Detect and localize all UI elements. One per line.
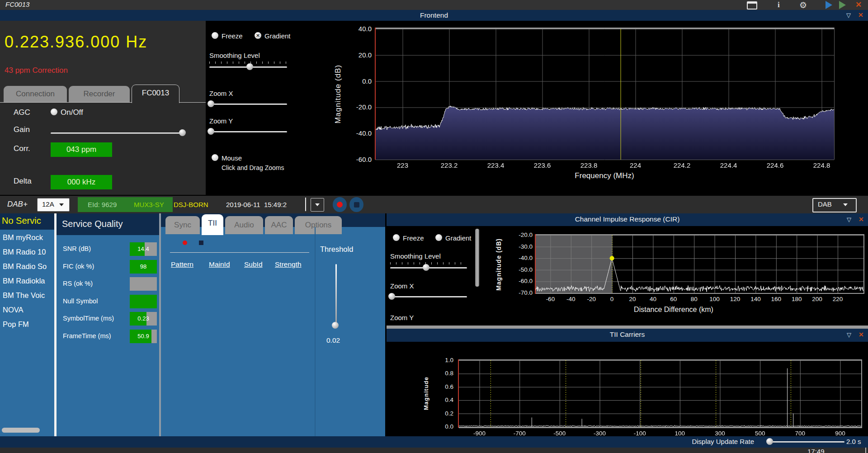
- x-tick-label: 20: [623, 296, 642, 302]
- agc-radio[interactable]: [51, 109, 57, 115]
- threshold-slider-track[interactable]: [335, 264, 337, 325]
- separator-line: [170, 252, 309, 253]
- tii-collapse-icon[interactable]: [847, 330, 851, 339]
- bottom-strip: 17:49: [0, 448, 868, 453]
- update-rate-slider-handle[interactable]: [766, 438, 773, 445]
- cir-header-bar: Channel Impulse Response (CIR): [387, 213, 868, 226]
- application-window: FC0013 Frontend 0.223.936.000 Hz 43 ppm …: [0, 0, 868, 453]
- cir-freeze-radio[interactable]: [393, 234, 400, 241]
- gain-label: Gain: [14, 125, 30, 134]
- decoder-tab-aac[interactable]: AAC: [265, 216, 293, 234]
- ensemble-datetime: 2019-06-11 15:49:2: [226, 201, 287, 208]
- quality-value-text: 98: [130, 260, 157, 274]
- channel-dropdown[interactable]: 12A: [37, 198, 70, 212]
- ensemble-name: DSJ-BORN: [174, 201, 208, 208]
- x-tick-label: 224: [625, 161, 646, 169]
- zoom-y-slider-track[interactable]: [209, 131, 287, 132]
- service-item[interactable]: BM The Voic: [3, 291, 45, 300]
- output-mode-value: DAB: [818, 200, 832, 208]
- mouse-radio[interactable]: [212, 154, 218, 161]
- cir-gradient-label: Gradient: [445, 234, 472, 242]
- cir-close-icon[interactable]: [859, 215, 864, 223]
- tuner-tab-recorder[interactable]: Recorder: [69, 86, 130, 102]
- quality-value-fill: [130, 295, 157, 308]
- service-item[interactable]: BM Radiokla: [3, 277, 45, 285]
- expand-dropdown-button[interactable]: [311, 198, 324, 212]
- y-tick-label: 0.0: [348, 77, 372, 85]
- close-icon[interactable]: [855, 0, 862, 9]
- gradient-radio[interactable]: [255, 32, 261, 39]
- spectrum-plot[interactable]: [373, 27, 836, 163]
- tii-column-header[interactable]: Strength: [275, 260, 302, 269]
- x-tick-label: 80: [685, 296, 703, 302]
- threshold-label: Threshold: [320, 245, 353, 254]
- tii-column-header[interactable]: SubId: [244, 260, 263, 269]
- record-button[interactable]: [333, 197, 347, 212]
- frequency-display: 0.223.936.000 Hz: [5, 33, 147, 52]
- cir-gradient-radio[interactable]: [435, 234, 442, 241]
- output-mode-dropdown[interactable]: DAB: [812, 198, 857, 212]
- tuner-tab-connection[interactable]: Connection: [4, 86, 67, 102]
- zoom-y-slider-handle[interactable]: [208, 128, 214, 135]
- gain-slider-handle[interactable]: [179, 129, 186, 136]
- tii-column-header[interactable]: MainId: [209, 260, 230, 269]
- cir-zoom-x-slider-handle[interactable]: [388, 293, 395, 300]
- play-icon[interactable]: [826, 1, 832, 9]
- service-item[interactable]: BM Radio 10: [3, 248, 46, 256]
- x-tick-label: 223.2: [439, 161, 460, 169]
- x-tick-label: 300: [709, 430, 731, 437]
- vertical-scrollbar[interactable]: [475, 229, 479, 287]
- frontend-panel-header: Frontend: [0, 10, 868, 21]
- decoder-tab-audio[interactable]: Audio: [225, 216, 263, 234]
- service-item[interactable]: BM myRock: [3, 233, 43, 242]
- tii-y-axis-label: Magnitude: [423, 353, 434, 434]
- tii-column-header[interactable]: Pattern: [171, 260, 193, 269]
- quality-value-text: 14.4: [130, 242, 157, 256]
- smoothing-slider-handle[interactable]: [246, 63, 253, 70]
- y-tick-label: 0.2: [433, 410, 453, 417]
- decoder-tab-options[interactable]: Options: [295, 216, 342, 234]
- toolbar-divider: [305, 198, 306, 211]
- gradient-label: Gradient: [264, 32, 291, 40]
- x-tick-label: 223.8: [579, 161, 599, 169]
- tii-plot[interactable]: [457, 358, 863, 430]
- settings-gear-icon[interactable]: [799, 0, 807, 10]
- decoder-tab-tii[interactable]: TII: [202, 214, 223, 235]
- zoom-x-slider-track[interactable]: [209, 104, 287, 105]
- service-quality-header: Service Quality: [62, 219, 123, 229]
- window-icon[interactable]: [747, 1, 757, 9]
- y-tick-label: -60.0: [348, 156, 372, 163]
- title-bar: FC0013: [0, 0, 868, 10]
- cir-collapse-icon[interactable]: [847, 215, 851, 223]
- threshold-slider-handle[interactable]: [332, 322, 339, 329]
- zoom-x-slider-handle[interactable]: [208, 100, 214, 107]
- horizontal-scrollbar[interactable]: [2, 428, 40, 433]
- y-tick-label: -20.0: [348, 103, 372, 111]
- y-tick-label: -20.0: [510, 231, 533, 238]
- cir-plot[interactable]: [534, 232, 866, 296]
- cir-smoothing-slider-handle[interactable]: [423, 264, 429, 271]
- tii-close-icon[interactable]: [859, 330, 864, 339]
- frontend-collapse-icon[interactable]: [846, 11, 851, 19]
- cir-zoom-x-slider-track[interactable]: [390, 296, 467, 297]
- service-item[interactable]: BM Radio So: [3, 262, 47, 271]
- x-tick-label: 223.4: [486, 161, 506, 169]
- frontend-close-icon[interactable]: [858, 11, 863, 19]
- info-icon[interactable]: [778, 0, 780, 9]
- decoder-tab-sync[interactable]: Sync: [165, 216, 200, 234]
- cir-title: Channel Impulse Response (CIR): [387, 215, 868, 223]
- quality-row-label: Null Symbol: [63, 297, 98, 305]
- gain-slider-track[interactable]: [51, 132, 184, 134]
- services-header: No Servic: [2, 216, 41, 226]
- play-secondary-icon[interactable]: [839, 1, 846, 9]
- ensemble-toolbar: DAB+ 12A EId: 9629 MUX3-SY DSJ-BORN 2019…: [0, 196, 868, 214]
- service-item[interactable]: NOVA: [3, 306, 24, 314]
- x-tick-label: 900: [829, 430, 851, 437]
- freeze-radio[interactable]: [212, 32, 218, 39]
- tuner-tab-fc0013[interactable]: FC0013: [132, 85, 179, 103]
- quality-row-label: FrameTime (ms): [63, 332, 111, 340]
- update-rate-slider-track[interactable]: [769, 441, 844, 443]
- corr-value-badge: 043 ppm: [51, 142, 112, 157]
- service-item[interactable]: Pop FM: [3, 320, 29, 329]
- stop-button[interactable]: [349, 197, 363, 212]
